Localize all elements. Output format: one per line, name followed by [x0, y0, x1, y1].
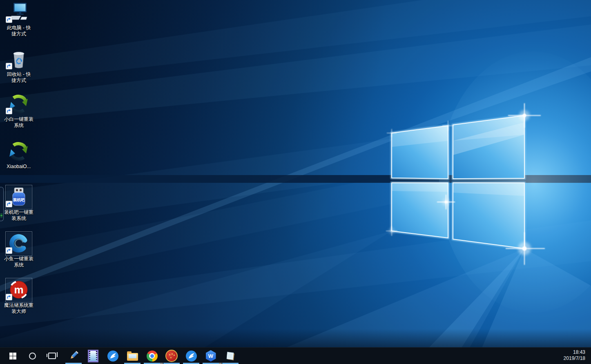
xiaobai-refresh-icon: [7, 93, 31, 115]
shortcut-arrow-icon: [6, 294, 12, 300]
taskbar-app-pencil-editor[interactable]: [64, 348, 83, 364]
clock-date: 2019/7/18: [564, 355, 585, 362]
search-icon: [29, 353, 36, 360]
taskbar-app-video-film[interactable]: [83, 348, 103, 364]
chrome-icon: [147, 351, 158, 362]
desktop-wallpaper: [0, 0, 591, 348]
shortcut-arrow-icon: [6, 201, 12, 207]
taskbar-app-wps-office[interactable]: W: [201, 348, 221, 364]
xiaobai-o-refresh-icon: [7, 140, 31, 162]
shortcut-arrow-icon: [6, 16, 12, 23]
mofazhu-m-icon: m: [7, 279, 31, 301]
svg-text:装机吧: 装机吧: [13, 198, 25, 202]
folder-icon: [127, 353, 138, 361]
clock-time: 18:43: [564, 349, 585, 355]
recycle-bin-icon: [7, 48, 31, 70]
xiaoyu-swirl-icon: [7, 233, 31, 255]
zhuangjiba-usb-icon: 装机吧: [7, 186, 31, 208]
shortcut-arrow-icon: [6, 247, 12, 254]
windows-desktop: 此电脑 - 快 捷方式: [0, 0, 591, 364]
taskbar-app-notepad[interactable]: [221, 348, 240, 364]
windows-logo-icon: [9, 353, 16, 360]
taskbar-app-wing-assistant[interactable]: [103, 348, 123, 364]
desktop-icon-label: 小白一键重装 系统: [0, 116, 38, 129]
desktop-icon-label: 此电脑 - 快 捷方式: [0, 25, 38, 37]
desktop-icon-mofazhu[interactable]: m 魔法猪系统重 装大师: [0, 279, 38, 315]
desktop-icon-label: 回收站 - 快 捷方式: [0, 71, 38, 84]
desktop-icon-label: XiaobaiO...: [0, 164, 38, 170]
desktop-icon-xiaobai-o[interactable]: XiaobaiO...: [0, 140, 38, 170]
filmstrip-icon: [88, 350, 98, 362]
desktop-icon-xiaoyu[interactable]: 小鱼一键重装 系统: [0, 233, 38, 268]
pencil-icon: [68, 350, 79, 362]
desktop-icon-recycle-bin[interactable]: 回收站 - 快 捷方式: [0, 48, 38, 84]
svg-text:m: m: [14, 284, 23, 296]
taskbar-pinned-apps: W: [64, 348, 240, 364]
taskbar: W 18:43 2019/7/18: [0, 347, 591, 364]
tray-clock[interactable]: 18:43 2019/7/18: [564, 349, 585, 362]
search-button[interactable]: [22, 348, 42, 364]
desktop-icon-xiaobai[interactable]: 小白一键重装 系统: [0, 93, 38, 129]
taskbar-app-file-explorer[interactable]: [123, 348, 142, 364]
taskbar-app-red-seal[interactable]: [162, 348, 181, 364]
desktop-icon-label: 装机吧一键重 装系统: [0, 209, 38, 222]
desktop-icon-label: 魔法猪系统重 装大师: [0, 302, 38, 315]
task-view-icon: [48, 353, 56, 359]
wps-hexagon-icon: W: [206, 350, 216, 362]
start-button[interactable]: [3, 348, 22, 364]
this-pc-icon: [7, 2, 31, 24]
desktop-icon-this-pc[interactable]: 此电脑 - 快 捷方式: [0, 2, 38, 37]
red-seal-icon: [165, 350, 178, 362]
taskbar-app-wing-assistant-2[interactable]: [181, 348, 201, 364]
wing-icon: [107, 351, 118, 362]
shortcut-arrow-icon: [6, 63, 12, 69]
wing-icon: [186, 351, 197, 362]
desktop-icon-label: 小鱼一键重装 系统: [0, 256, 38, 268]
shortcut-arrow-icon: [6, 108, 12, 114]
taskbar-app-chrome[interactable]: [142, 348, 162, 364]
desktop-icon-zhuangjiba[interactable]: 装机吧 装机吧一键重 装系统: [0, 186, 38, 222]
task-view-button[interactable]: [42, 348, 62, 364]
notepad-icon: [225, 351, 236, 362]
